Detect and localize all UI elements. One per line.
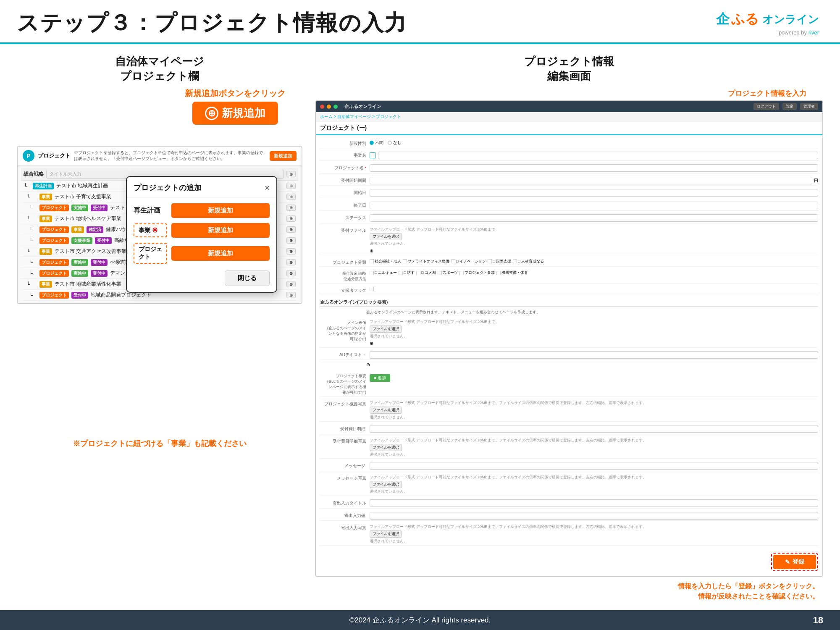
register-button[interactable]: ✎ 登録 xyxy=(773,555,816,569)
cb-p4[interactable]: スポーツ xyxy=(438,270,458,276)
block-desc: 会ふるオンラインのページに表示されます。テキスト、メニューを組み合わせてページを… xyxy=(320,309,818,316)
form-label-kifu-val: 寄出入力値 xyxy=(320,512,366,519)
message-photo-selected: 選択されていません。 xyxy=(370,489,818,494)
edit-btn[interactable]: ⊕ xyxy=(286,226,296,233)
message-photo-btn[interactable]: ファイルを選択 xyxy=(370,481,402,488)
form-row-project-name: プロジェクト名* xyxy=(320,163,818,173)
form-label-message-photo: メッセージ写真 xyxy=(320,475,366,481)
badge-jigyou: 事業 xyxy=(39,281,52,288)
message-input[interactable] xyxy=(370,462,818,470)
file-note: ファイルアップロード形式 アップロード可能なファイルサイズ 20MBまで xyxy=(370,227,818,232)
status-select[interactable] xyxy=(370,214,818,222)
form-label-expense-photo: 受付費目明細写真 xyxy=(320,438,366,444)
edit-btn[interactable]: ⊕ xyxy=(286,205,296,211)
topbar-btn-3[interactable]: 管理者 xyxy=(800,103,818,110)
kifu-photo-btn[interactable]: ファイルを選択 xyxy=(370,530,402,538)
badge-jigyou: 事業 xyxy=(39,248,52,255)
register-btn-outline: ✎ 登録 xyxy=(771,553,818,571)
cb-p1[interactable]: □ エルキュー xyxy=(370,270,397,276)
radio-nashi[interactable]: なし xyxy=(388,140,402,146)
topbar-logo: 企ふるオンライン xyxy=(344,103,381,110)
form-label-status: ステータス xyxy=(320,214,366,221)
form-topbar: 企ふるオンライン ログアウト 設定 管理者 xyxy=(316,101,822,112)
cb-p3[interactable]: □ コメ相 xyxy=(416,270,436,276)
edit-btn[interactable]: ⊕ xyxy=(286,215,296,222)
cb1[interactable]: 社会福祉・老人 xyxy=(370,259,401,264)
badge-accepting: 受付中 xyxy=(91,270,108,277)
kifu-val-input[interactable] xyxy=(370,512,818,520)
badge-project: プロジェクト xyxy=(39,259,69,266)
form-label-purpose: 受付資金目的/使途分類方法 xyxy=(320,270,366,282)
expense-photo-btn[interactable]: ファイルを選択 xyxy=(370,444,402,451)
indent: └ xyxy=(24,183,30,189)
edit-btn[interactable]: ⊕ xyxy=(286,171,296,177)
file-select-btn[interactable]: ファイルを選択 xyxy=(370,233,402,240)
cb4[interactable]: □ 国際支援 xyxy=(488,259,511,264)
topbar-dot-yellow xyxy=(327,105,331,109)
overview-photo-area: ファイルアップロード形式 アップロード可能なファイルサイズ 20MBまで。ファイ… xyxy=(370,400,818,420)
form-row-category: プロジェクト分類 社会福祉・老人 サテライトオフィス整備 □ イノベーション □… xyxy=(320,257,818,267)
edit-btn[interactable]: ⊕ xyxy=(286,183,296,189)
overview-photo-note: ファイルアップロード形式 アップロード可能なファイルサイズ 20MBまで。ファイ… xyxy=(370,400,818,406)
kifu-title-input[interactable] xyxy=(370,499,818,507)
badge-project: プロジェクト xyxy=(39,292,69,299)
cb-p6[interactable]: 機器整備・体育 xyxy=(496,270,528,276)
edit-btn[interactable]: ⊕ xyxy=(286,281,296,287)
modal-close-btn[interactable]: 閉じる xyxy=(225,270,270,286)
overview-photo-btn[interactable]: ファイルを選択 xyxy=(370,407,402,414)
modal-close-x[interactable]: × xyxy=(265,183,270,193)
form-row-file: 受付ファイル ファイルアップロード形式 アップロード可能なファイルサイズ 20M… xyxy=(320,226,818,255)
right-section: プロジェクト情報 編集画面 プロジェクト情報を入力 企ふるオンライン xyxy=(315,54,823,601)
indent2: └ xyxy=(24,216,37,222)
cb-p2[interactable]: □ 坊す xyxy=(399,270,415,276)
cb-p1-box xyxy=(370,271,374,275)
edit-btn[interactable]: ⊕ xyxy=(286,270,296,276)
plus-icon2: ⊕ xyxy=(370,341,818,346)
edit-screen-label2: 編集画面 xyxy=(315,69,823,84)
period-input[interactable] xyxy=(370,177,812,184)
badge-accepting: 受付中 xyxy=(91,259,108,266)
plus-icon3: ⊕ xyxy=(366,362,370,367)
cb3[interactable]: □ イノベーション xyxy=(451,259,486,264)
edit-btn[interactable]: ⊕ xyxy=(286,248,296,255)
badge-accepting: 確定済 xyxy=(87,226,103,233)
edit-btn[interactable]: ⊕ xyxy=(286,259,296,265)
form-row-expense: 受付費目明細 xyxy=(320,424,818,434)
modal-row1-btn[interactable]: 新規追加 xyxy=(171,203,270,218)
indent3: └ xyxy=(24,292,37,298)
logo-furu: ふる xyxy=(731,10,759,29)
add-img-btn[interactable]: ■ 追加 xyxy=(370,374,390,382)
topbar-btn-1[interactable]: ログアウト xyxy=(753,103,779,110)
cb2[interactable]: サテライトオフィス整備 xyxy=(403,259,449,264)
start-input[interactable] xyxy=(370,189,818,197)
cb5[interactable]: □ 人材育成なる xyxy=(513,259,544,264)
project-name-input[interactable] xyxy=(370,164,818,172)
form-row-end: 終了日 xyxy=(320,200,818,211)
modal-row3-btn[interactable]: 新規追加 xyxy=(171,246,270,261)
ad-input[interactable] xyxy=(370,351,818,359)
new-add-button[interactable]: ⊕ 新規追加 xyxy=(192,102,278,125)
cb-p5[interactable]: プロジェクト参加 xyxy=(459,270,495,276)
radio-dot xyxy=(370,141,374,145)
edit-btn[interactable]: ⊕ xyxy=(286,237,296,244)
expense-input[interactable] xyxy=(370,425,818,433)
edit-btn[interactable]: ⊕ xyxy=(286,292,296,298)
register-annotation-text1: 情報を入力したら「登録」ボタンをクリック。 xyxy=(315,581,819,591)
panel-new-add-btn[interactable]: 新規追加 xyxy=(270,151,297,161)
modal-title: プロジェクトの追加 xyxy=(134,183,202,193)
radio-futo[interactable]: 不問 xyxy=(370,140,383,146)
topbar-btn-2[interactable]: 設定 xyxy=(782,103,797,110)
input-annotation: プロジェクト情報を入力 xyxy=(728,89,806,97)
badge-project: プロジェクト xyxy=(39,270,69,277)
end-input[interactable] xyxy=(370,202,818,209)
cb-supporter[interactable] xyxy=(370,287,374,291)
modal-row2-btn[interactable]: 新規追加 xyxy=(171,223,270,238)
modal-overlay: プロジェクトの追加 × 再生計画 新規追加 事業 ※ xyxy=(126,176,277,293)
edit-btn[interactable]: ⊕ xyxy=(286,194,296,200)
indent3: └ xyxy=(24,205,37,211)
badge-active: 実施中 xyxy=(71,270,88,277)
modal-header: プロジェクトの追加 × xyxy=(127,177,276,197)
right-section-title: プロジェクト情報 編集画面 xyxy=(315,54,823,84)
jigyou-input[interactable] xyxy=(378,152,818,159)
main-img-btn[interactable]: ファイルを選択 xyxy=(370,326,402,333)
